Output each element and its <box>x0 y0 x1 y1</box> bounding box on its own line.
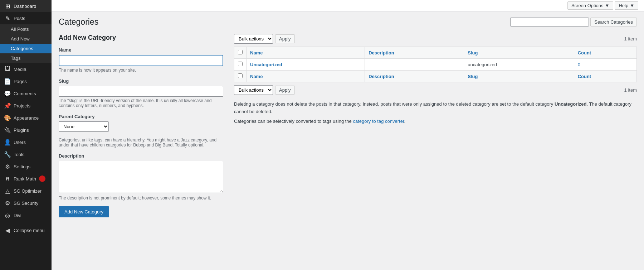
row-description-cell: — <box>365 59 464 71</box>
divi-icon: ◎ <box>4 212 11 218</box>
help-arrow: ▼ <box>630 3 634 8</box>
rank-math-icon: R <box>4 175 11 182</box>
sidebar-item-dashboard[interactable]: ⊞ Dashboard <box>0 0 52 12</box>
bottom-apply-button[interactable]: Apply <box>275 86 295 95</box>
category-to-tag-converter-link[interactable]: category to tag converter <box>353 119 404 124</box>
info-line2: Categories can be selectively converted … <box>234 118 637 125</box>
bottom-bulk-left: Bulk actions Apply <box>234 85 295 95</box>
name-input[interactable] <box>59 55 223 66</box>
settings-icon: ⚙ <box>4 163 11 170</box>
top-bulk-bar: Bulk actions Apply 1 item <box>234 34 637 44</box>
help-label: Help <box>619 3 628 8</box>
slug-label: Slug <box>59 78 223 84</box>
row-checkbox-cell <box>234 59 247 71</box>
help-button[interactable]: Help ▼ <box>615 1 638 10</box>
parent-select[interactable]: None <box>59 121 109 132</box>
sidebar: ⊞ Dashboard ✎ Posts All Posts Add New Ca… <box>0 0 52 270</box>
footer-name[interactable]: Name <box>247 71 365 82</box>
category-count-link[interactable]: 0 <box>578 62 580 67</box>
category-name-link[interactable]: Uncategorized <box>250 62 282 67</box>
sidebar-item-label: Pages <box>14 79 27 84</box>
sidebar-item-projects[interactable]: 📌 Projects <box>0 100 52 112</box>
plugins-icon: 🔌 <box>4 127 11 133</box>
collapse-icon: ◀ <box>4 227 11 233</box>
sidebar-item-tags[interactable]: Tags <box>0 53 52 63</box>
categories-label: Categories <box>11 46 33 51</box>
sidebar-item-appearance[interactable]: 🎨 Appearance <box>0 112 52 124</box>
slug-input[interactable] <box>59 86 223 97</box>
tools-icon: 🔧 <box>4 151 11 158</box>
sidebar-item-add-new[interactable]: Add New <box>0 34 52 44</box>
add-new-label: Add New <box>11 36 30 42</box>
name-help: The name is how it appears on your site. <box>59 68 223 73</box>
header-name[interactable]: Name <box>247 47 365 59</box>
header-slug[interactable]: Slug <box>464 47 574 59</box>
dashboard-icon: ⊞ <box>4 3 11 9</box>
sidebar-item-comments[interactable]: 💬 Comments <box>0 87 52 100</box>
content-area: Add New Category Name The name is how it… <box>52 27 644 225</box>
sg-security-icon: ⚙ <box>4 200 11 206</box>
description-group: Description The description is not promi… <box>59 153 223 201</box>
footer-select-all-checkbox[interactable] <box>238 73 243 78</box>
categories-table: Name Description Slug Count <box>234 47 637 82</box>
table-header-row: Name Description Slug Count <box>234 47 637 59</box>
footer-checkbox-col <box>234 71 247 82</box>
sidebar-item-tools[interactable]: 🔧 Tools <box>0 148 52 160</box>
users-icon: 👤 <box>4 139 11 145</box>
search-categories-button[interactable]: Search Categories <box>590 18 637 26</box>
row-checkbox[interactable] <box>238 62 243 66</box>
footer-count[interactable]: Count <box>574 71 636 82</box>
footer-description: Description <box>365 71 464 82</box>
pages-icon: 📄 <box>4 78 11 85</box>
header-description: Description <box>365 47 464 59</box>
sidebar-item-plugins[interactable]: 🔌 Plugins <box>0 124 52 136</box>
top-item-count: 1 item <box>624 36 637 42</box>
sidebar-item-collapse[interactable]: ◀ Collapse menu <box>0 224 52 236</box>
bottom-bulk-bar: Bulk actions Apply 1 item <box>234 85 637 95</box>
name-group: Name The name is how it appears on your … <box>59 47 223 73</box>
sidebar-item-settings[interactable]: ⚙ Settings <box>0 160 52 173</box>
description-label: Description <box>59 153 223 159</box>
posts-submenu: All Posts Add New Categories Tags <box>0 24 52 63</box>
rank-math-badge <box>39 175 45 182</box>
projects-icon: 📌 <box>4 102 11 109</box>
sidebar-item-categories[interactable]: Categories <box>0 44 52 53</box>
sidebar-item-label: Comments <box>14 91 36 96</box>
sidebar-item-label: Plugins <box>14 127 29 133</box>
posts-icon: ✎ <box>4 15 11 21</box>
sidebar-item-media[interactable]: 🖼 Media <box>0 63 52 75</box>
comments-icon: 💬 <box>4 90 11 97</box>
add-category-form: Add New Category Name The name is how it… <box>59 34 223 217</box>
screen-options-label: Screen Options <box>571 3 604 8</box>
header-count[interactable]: Count <box>574 47 636 59</box>
sidebar-item-label: Rank Math <box>14 176 36 182</box>
sidebar-item-users[interactable]: 👤 Users <box>0 136 52 148</box>
sidebar-item-pages[interactable]: 📄 Pages <box>0 75 52 87</box>
search-categories-input[interactable] <box>510 18 589 26</box>
sidebar-item-sg-security[interactable]: ⚙ SG Security <box>0 197 52 209</box>
appearance-icon: 🎨 <box>4 115 11 121</box>
top-bulk-select[interactable]: Bulk actions <box>234 34 273 44</box>
table-footer-row: Name Description Slug Count <box>234 71 637 82</box>
default-category-name: Uncategorized <box>555 101 587 107</box>
add-category-button[interactable]: Add New Category <box>59 206 109 217</box>
top-apply-button[interactable]: Apply <box>275 34 295 43</box>
sidebar-item-label: Collapse menu <box>14 228 45 233</box>
row-slug-cell: uncategorized <box>464 59 574 71</box>
sidebar-item-all-posts[interactable]: All Posts <box>0 24 52 34</box>
sidebar-item-divi[interactable]: ◎ Divi <box>0 209 52 221</box>
select-all-checkbox[interactable] <box>238 50 243 54</box>
sidebar-item-rank-math[interactable]: R Rank Math <box>0 173 52 185</box>
all-posts-label: All Posts <box>11 26 29 32</box>
sidebar-item-sg-optimizer[interactable]: △ SG Optimizer <box>0 185 52 197</box>
main-content: Screen Options ▼ Help ▼ Categories Searc… <box>52 0 644 270</box>
sidebar-item-label: Divi <box>14 213 21 218</box>
sidebar-item-posts[interactable]: ✎ Posts <box>0 12 52 24</box>
footer-slug[interactable]: Slug <box>464 71 574 82</box>
screen-options-button[interactable]: Screen Options ▼ <box>567 1 613 10</box>
description-textarea[interactable] <box>59 161 223 193</box>
sidebar-item-label: Settings <box>14 164 30 169</box>
bottom-bulk-select[interactable]: Bulk actions <box>234 85 273 95</box>
screen-options-arrow: ▼ <box>605 3 610 8</box>
page-title: Categories <box>59 17 98 27</box>
